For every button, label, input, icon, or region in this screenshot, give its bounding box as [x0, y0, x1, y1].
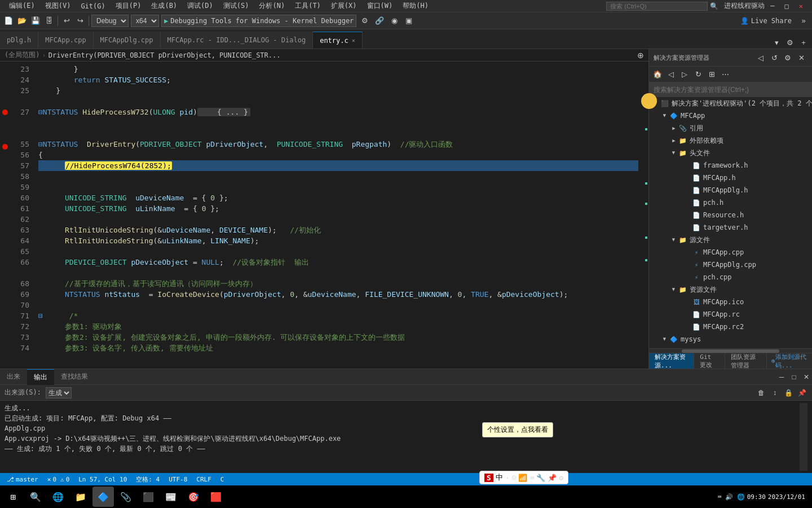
- output-clear-btn[interactable]: 🗑: [756, 387, 767, 398]
- panel-tab-output-1[interactable]: 出来: [0, 369, 27, 385]
- tree-headers-folder[interactable]: ▶ 📁 头文件: [649, 147, 812, 159]
- sidebar-tab-git[interactable]: Git 更改: [694, 353, 725, 369]
- taskbar-app3-btn[interactable]: 📰: [160, 487, 182, 507]
- menu-item-window[interactable]: 窗口(W): [363, 0, 398, 12]
- code-lines[interactable]: } return STATUS_SUCCESS; } ⊟NTSTATUS Hid…: [34, 62, 638, 369]
- output-lock-btn[interactable]: 🔒: [783, 387, 794, 398]
- tab-close-btn[interactable]: ✕: [352, 37, 355, 43]
- menu-item-view[interactable]: 视图(V): [41, 0, 76, 12]
- breakpoint-27[interactable]: [2, 110, 8, 115]
- tree-mfcapp-project[interactable]: ▶ 🔷 MFCApp: [649, 110, 812, 122]
- tab-mfcapp-rc[interactable]: MFCApp.rc - IDD..._DIALOG - Dialog: [161, 32, 314, 49]
- tree-mfcappdlg-cpp[interactable]: ⚡ MFCAppDlg.cpp: [649, 259, 812, 271]
- sidebar-tab-team[interactable]: 团队资源管理器: [725, 353, 767, 369]
- taskbar-explorer-btn[interactable]: 📁: [70, 487, 91, 507]
- sidebar-more-btn[interactable]: ⋯: [719, 68, 731, 81]
- menu-item-analyze[interactable]: 分析(N): [254, 0, 289, 12]
- tree-mfcapp-cpp[interactable]: ⚡ MFCApp.cpp: [649, 246, 812, 259]
- redo-btn[interactable]: ↪: [74, 15, 86, 27]
- new-file-btn[interactable]: 📄: [2, 15, 15, 27]
- tab-pdlgh[interactable]: pDlg.h: [0, 32, 38, 49]
- undo-btn[interactable]: ↩: [60, 15, 73, 27]
- save-all-btn[interactable]: 🗄: [43, 15, 55, 27]
- status-encoding[interactable]: UTF-8: [166, 476, 189, 483]
- window-maximize-btn[interactable]: □: [780, 1, 793, 11]
- status-errors[interactable]: ✕ 0 ⚠ 0: [45, 476, 72, 483]
- split-editor-btn[interactable]: ⊕: [637, 51, 644, 60]
- tree-framework-h[interactable]: 📄 framework.h: [649, 159, 812, 172]
- taskbar-vs-btn[interactable]: 🔷: [92, 487, 114, 507]
- taskbar-start-btn[interactable]: ⊞: [2, 487, 24, 507]
- panel-minimize-btn[interactable]: ─: [776, 371, 787, 383]
- save-btn[interactable]: 💾: [29, 15, 42, 27]
- menu-item-help[interactable]: 帮助(H): [398, 0, 433, 12]
- output-scrollbar[interactable]: [800, 403, 807, 471]
- sidebar-settings-btn[interactable]: ⚙: [782, 51, 794, 64]
- tree-mfcapp-rc2[interactable]: 📄 MFCApp.rc2: [649, 321, 812, 333]
- taskbar-search-btn[interactable]: 🔍: [25, 487, 46, 507]
- toolbar-overflow-btn[interactable]: »: [797, 15, 810, 27]
- panel-tab-output-2[interactable]: 输出: [27, 369, 54, 385]
- tree-references-1[interactable]: ▶ 📎 引用: [649, 122, 812, 134]
- tab-mfcappdlg-cpp[interactable]: MFCAppDlg.cpp: [94, 32, 161, 49]
- tab-add-btn[interactable]: +: [797, 36, 810, 49]
- tree-pch-h[interactable]: 📄 pch.h: [649, 196, 812, 209]
- tab-settings-btn[interactable]: ⚙: [784, 36, 796, 49]
- tree-mfcapp-ico[interactable]: 🖼 MFCApp.ico: [649, 296, 812, 308]
- menu-item-extensions[interactable]: 扩展(X): [326, 0, 361, 12]
- output-pin-btn[interactable]: 📌: [796, 387, 807, 398]
- sidebar-tab-solution[interactable]: 解决方案资源...: [649, 353, 694, 369]
- tree-mfcapp-rc[interactable]: 📄 MFCApp.rc: [649, 308, 812, 321]
- toolbar-btn-3[interactable]: ◉: [388, 15, 400, 27]
- panel-maximize-btn[interactable]: □: [788, 371, 800, 383]
- sidebar-back-btn[interactable]: ◁: [665, 68, 677, 81]
- tree-source-folder[interactable]: ▶ 📁 源文件: [649, 234, 812, 246]
- add-to-source-btn[interactable]: ⊕ 添加到源代码...: [767, 353, 812, 369]
- sidebar-sync-btn[interactable]: ↻: [692, 68, 704, 81]
- output-source-select[interactable]: 生成: [46, 387, 72, 398]
- tree-mysys-project[interactable]: ▶ 🔷 mysys: [649, 333, 812, 345]
- tree-pch-cpp[interactable]: ⚡ pch.cpp: [649, 271, 812, 283]
- toolbar-btn-4[interactable]: ▣: [403, 15, 415, 27]
- tab-list-btn[interactable]: ▾: [770, 36, 783, 49]
- global-search-input[interactable]: [606, 2, 708, 11]
- attach-btn[interactable]: 🔗: [373, 15, 386, 27]
- tree-targetver-h[interactable]: 📄 targetver.h: [649, 221, 812, 234]
- tree-external-deps-1[interactable]: ▶ 📁 外部依赖项: [649, 134, 812, 147]
- tree-mfcapp-h[interactable]: 📄 MFCApp.h: [649, 172, 812, 184]
- panel-tab-find[interactable]: 查找结果: [54, 369, 95, 385]
- menu-item-edit[interactable]: 编辑(E): [5, 0, 39, 12]
- taskbar-edge-btn[interactable]: 🌐: [47, 487, 69, 507]
- window-minimize-btn[interactable]: ─: [766, 1, 779, 11]
- status-lang[interactable]: C: [218, 476, 227, 483]
- panel-close-btn[interactable]: ✕: [801, 371, 812, 383]
- sidebar-collapse-btn[interactable]: ◁: [754, 51, 767, 64]
- menu-item-project[interactable]: 项目(P): [111, 0, 146, 12]
- tree-solution-root[interactable]: ▶ ⬛ 解决方案'进程线程驱动'(2 个项目，共 2 个): [649, 97, 812, 110]
- tab-mfcapp-cpp[interactable]: MFCApp.cpp: [38, 32, 93, 49]
- taskbar-app5-btn[interactable]: 🟥: [205, 487, 227, 507]
- output-wrap-btn[interactable]: ↕: [769, 387, 780, 398]
- menu-item-tools[interactable]: 工具(T): [290, 0, 325, 12]
- menu-item-test[interactable]: 测试(S): [219, 0, 254, 12]
- sidebar-home-btn[interactable]: 🏠: [651, 68, 664, 81]
- status-spaces[interactable]: 空格: 4: [134, 475, 162, 484]
- tree-resource-folder[interactable]: ▶ 📁 资源文件: [649, 283, 812, 296]
- sidebar-filter-btn[interactable]: ⊞: [705, 68, 718, 81]
- sidebar-search-input[interactable]: [649, 82, 812, 97]
- taskbar-app1-btn[interactable]: 📎: [115, 487, 136, 507]
- live-share-button[interactable]: 👤 Live Share: [736, 16, 796, 26]
- menu-item-git[interactable]: Git(G): [76, 1, 109, 11]
- debug-config-dropdown[interactable]: Debug: [91, 15, 129, 27]
- window-close-btn[interactable]: ✕: [795, 1, 807, 11]
- status-git[interactable]: ⎇ master: [5, 476, 41, 483]
- tree-mfcappdlg-h[interactable]: 📄 MFCAppDlg.h: [649, 184, 812, 196]
- sidebar-close-btn[interactable]: ✕: [795, 51, 807, 64]
- build-btn[interactable]: ⚙: [359, 15, 371, 27]
- tab-entry-c[interactable]: entry.c ✕: [313, 32, 363, 49]
- menu-item-build[interactable]: 生成(B): [147, 0, 182, 12]
- menu-item-debug[interactable]: 调试(D): [183, 0, 218, 12]
- taskbar-app2-btn[interactable]: ⬛: [138, 487, 159, 507]
- status-line-endings[interactable]: CRLF: [194, 476, 214, 483]
- sidebar-refresh-btn[interactable]: ↺: [768, 51, 780, 64]
